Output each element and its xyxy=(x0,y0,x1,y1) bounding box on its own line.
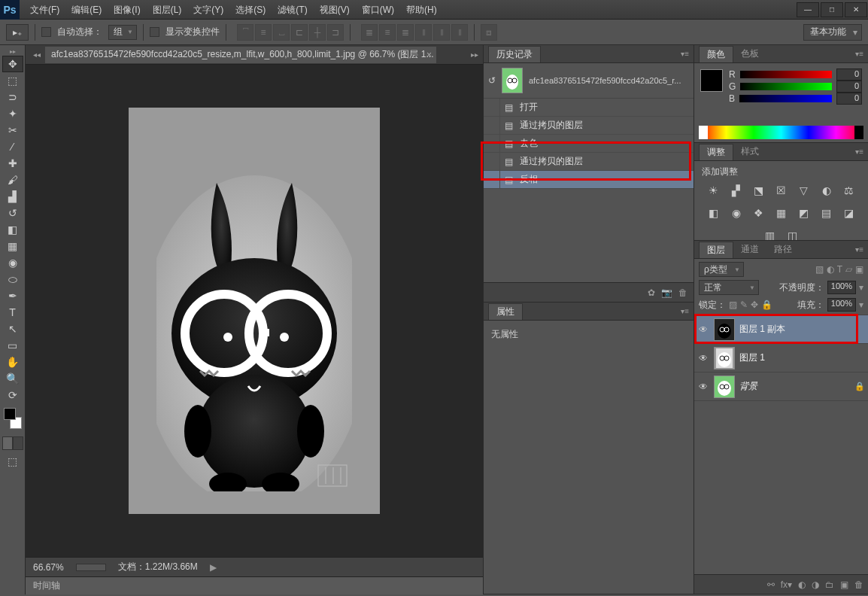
lasso-tool[interactable]: ⊃ xyxy=(2,89,23,105)
zoom-level[interactable]: 66.67% xyxy=(33,562,64,573)
minimize-button[interactable]: — xyxy=(797,2,819,17)
document-tab[interactable]: afc1ea8376515472fe590fccd42a20c5_resize,… xyxy=(45,47,436,63)
opacity-input[interactable]: 100% xyxy=(827,281,856,294)
filter-smart-icon[interactable]: ▣ xyxy=(855,264,863,275)
layer-row[interactable]: 👁 图层 1 xyxy=(694,344,868,372)
distribute-2-icon[interactable]: ≡ xyxy=(379,24,396,41)
history-brush-tool[interactable]: ↺ xyxy=(2,205,23,221)
eraser-tool[interactable]: ◧ xyxy=(2,221,23,238)
distribute-3-icon[interactable]: ≣ xyxy=(397,24,414,41)
layer-mask-icon[interactable]: ◐ xyxy=(798,579,806,590)
history-snapshot-row[interactable]: ↺ afc1ea8376515472fe590fccd42a20c5_r... xyxy=(484,63,693,99)
type-tool[interactable]: T xyxy=(2,304,23,321)
align-vcenter-icon[interactable]: ≡ xyxy=(255,24,272,41)
adjust-panel-menu-icon[interactable]: ▾≡ xyxy=(855,147,863,156)
r-value[interactable]: 0 xyxy=(836,68,862,81)
history-item[interactable]: ▤去色 xyxy=(484,135,693,153)
canvas-wrap[interactable] xyxy=(26,65,483,557)
delete-layer-icon[interactable]: 🗑 xyxy=(854,579,863,590)
status-arrow-icon[interactable]: ▶ xyxy=(210,562,217,573)
menu-window[interactable]: 窗口(W) xyxy=(356,0,400,20)
adj-channel-mixer-icon[interactable]: ❖ xyxy=(751,205,766,220)
adj-lookup-icon[interactable]: ▦ xyxy=(774,205,789,220)
tool-preset-picker[interactable]: ▸₊ xyxy=(6,24,29,41)
tab-scroll-right-icon[interactable]: ▸▸ xyxy=(471,50,478,59)
paths-tab[interactable]: 路径 xyxy=(766,242,800,258)
filter-pixel-icon[interactable]: ▧ xyxy=(815,264,824,275)
blur-tool[interactable]: ◉ xyxy=(2,254,23,271)
clone-stamp-tool[interactable]: ▟ xyxy=(2,188,23,205)
healing-brush-tool[interactable]: ✚ xyxy=(2,155,23,172)
adj-exposure-icon[interactable]: ☒ xyxy=(774,183,789,198)
new-layer-icon[interactable]: ▣ xyxy=(840,579,848,590)
properties-tab[interactable]: 属性 xyxy=(488,303,523,320)
history-item[interactable]: ▤打开 xyxy=(484,99,693,117)
menu-help[interactable]: 帮助(H) xyxy=(400,0,443,20)
layer-fx-icon[interactable]: fx▾ xyxy=(781,579,792,590)
history-item[interactable]: ▤通过拷贝的图层 xyxy=(484,153,693,171)
timeline-panel[interactable]: 时间轴 xyxy=(26,576,483,594)
color-picker-icon[interactable]: ⟳ xyxy=(2,387,23,403)
menu-image[interactable]: 图像(I) xyxy=(108,0,146,20)
distribute-4-icon[interactable]: ⦀ xyxy=(415,24,432,41)
distribute-5-icon[interactable]: ⦀ xyxy=(433,24,450,41)
adjustments-tab[interactable]: 调整 xyxy=(699,144,733,160)
adj-balance-icon[interactable]: ⚖ xyxy=(842,183,857,198)
tab-scroll-left-icon[interactable]: ◂◂ xyxy=(33,50,41,59)
layers-panel-menu-icon[interactable]: ▾≡ xyxy=(855,245,863,254)
foreground-background-colors[interactable] xyxy=(2,406,23,430)
filter-adjust-icon[interactable]: ◐ xyxy=(827,264,834,275)
b-value[interactable]: 0 xyxy=(836,93,862,105)
visibility-icon[interactable]: 👁 xyxy=(697,324,709,335)
adj-posterize-icon[interactable]: ▤ xyxy=(819,205,834,220)
auto-select-checkbox[interactable] xyxy=(41,27,51,37)
color-swatch[interactable] xyxy=(700,69,723,92)
history-snapshot-icon[interactable]: 📷 xyxy=(661,287,672,298)
filter-type-icon[interactable]: T xyxy=(837,264,842,275)
adj-selective-icon[interactable]: ◫ xyxy=(785,228,800,240)
visibility-icon[interactable]: 👁 xyxy=(697,353,709,363)
adj-threshold-icon[interactable]: ◪ xyxy=(842,205,857,220)
channels-tab[interactable]: 通道 xyxy=(733,242,766,258)
history-panel-menu-icon[interactable]: ▾≡ xyxy=(681,50,689,58)
history-trash-icon[interactable]: 🗑 xyxy=(678,287,687,298)
3d-mode-icon[interactable]: ⧈ xyxy=(481,24,497,41)
menu-file[interactable]: 文件(F) xyxy=(24,0,65,20)
history-item-active[interactable]: ▤反相 xyxy=(484,171,693,189)
lock-pos-icon[interactable]: ✥ xyxy=(751,300,758,310)
layer-row-active[interactable]: 👁 图层 1 副本 xyxy=(694,315,868,344)
layer-name[interactable]: 图层 1 副本 xyxy=(739,323,785,336)
link-layers-icon[interactable]: ⚯ xyxy=(767,579,775,590)
styles-tab[interactable]: 样式 xyxy=(733,144,766,160)
menu-view[interactable]: 视图(V) xyxy=(314,0,356,20)
dodge-tool[interactable]: ⬭ xyxy=(2,271,23,287)
layer-filter-kind[interactable]: ρ 类型 xyxy=(699,262,744,277)
fill-input[interactable]: 100% xyxy=(827,298,856,312)
blend-mode-select[interactable]: 正常 xyxy=(699,280,759,295)
lock-all-icon[interactable]: 🔒 xyxy=(761,300,772,310)
adj-vibrance-icon[interactable]: ▽ xyxy=(797,183,812,198)
align-bottom-icon[interactable]: ⎵ xyxy=(273,24,290,41)
quick-mask-toggle[interactable] xyxy=(2,436,23,453)
toolbox-collapse-icon[interactable]: ▸▸ xyxy=(10,48,16,56)
b-slider[interactable] xyxy=(739,95,832,102)
screen-mode-icon[interactable]: ⬚ xyxy=(2,453,23,470)
close-button[interactable]: ✕ xyxy=(845,2,867,17)
layers-tab[interactable]: 图层 xyxy=(699,242,733,258)
color-panel-menu-icon[interactable]: ▾≡ xyxy=(855,50,863,58)
adjustment-layer-icon[interactable]: ◑ xyxy=(812,579,819,590)
rectangle-tool[interactable]: ▭ xyxy=(2,337,23,354)
filter-shape-icon[interactable]: ▱ xyxy=(845,264,852,275)
eyedropper-tool[interactable]: ⁄ xyxy=(2,138,23,155)
align-right-icon[interactable]: ⊐ xyxy=(327,24,344,41)
zoom-tool[interactable]: 🔍 xyxy=(2,370,23,387)
lock-paint-icon[interactable]: ✎ xyxy=(740,300,748,310)
layer-row[interactable]: 👁 背景 🔒 xyxy=(694,372,868,401)
align-top-icon[interactable]: ⎴ xyxy=(237,24,253,41)
layer-group-icon[interactable]: 🗀 xyxy=(825,579,834,590)
menu-layer[interactable]: 图层(L) xyxy=(147,0,188,20)
magic-wand-tool[interactable]: ✦ xyxy=(2,105,23,122)
g-slider[interactable] xyxy=(740,83,832,90)
status-scrubber[interactable] xyxy=(76,564,106,571)
distribute-1-icon[interactable]: ≣ xyxy=(361,24,378,41)
